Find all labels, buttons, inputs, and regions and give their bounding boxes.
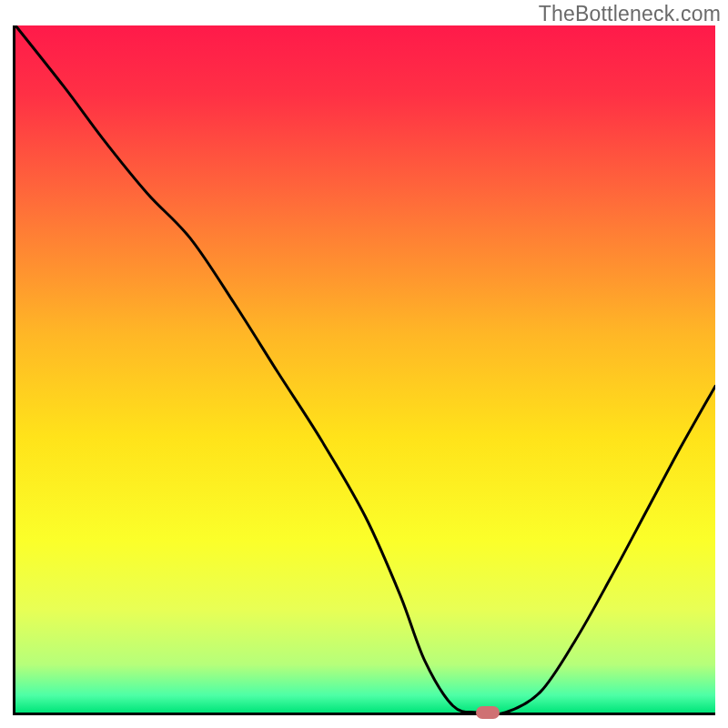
watermark-text: TheBottleneck.com (539, 2, 721, 26)
gradient-background (15, 25, 715, 713)
chart-frame: TheBottleneck.com (0, 0, 728, 728)
valley-marker (476, 706, 500, 719)
plot-area (15, 25, 715, 713)
